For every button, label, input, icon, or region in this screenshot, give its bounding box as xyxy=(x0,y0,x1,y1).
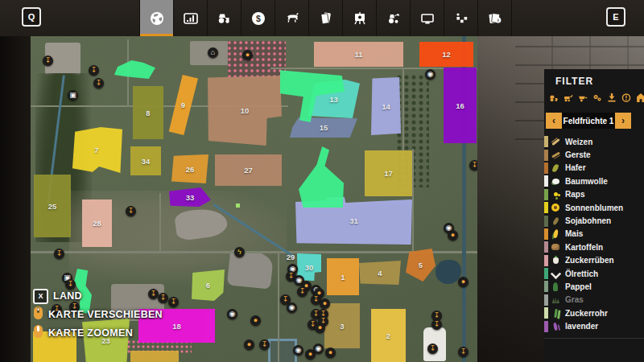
crop-filter-row[interactable]: Sojabohnen xyxy=(544,214,644,227)
tab-garage[interactable] xyxy=(376,0,410,36)
map-poi-icon[interactable]: ◉ xyxy=(313,343,324,354)
field-number: 26 xyxy=(186,165,195,174)
next-page-button[interactable]: › xyxy=(615,113,631,129)
map-poi-icon[interactable]: ↧ xyxy=(89,65,99,76)
map-poi-icon[interactable]: ● xyxy=(244,339,254,350)
crop-filter-row[interactable]: Ölrettich xyxy=(544,267,644,280)
key-hint-q[interactable]: Q xyxy=(22,7,41,27)
map-poi-icon[interactable]: ↧ xyxy=(427,343,438,354)
map-poi-icon[interactable]: ◉ xyxy=(227,309,237,319)
field-overlay[interactable]: 2 xyxy=(371,309,406,362)
tractor-icon xyxy=(217,10,233,27)
field-overlay[interactable]: 34 xyxy=(130,146,161,175)
map-poi-icon[interactable]: ▣ xyxy=(68,90,78,101)
map-poi-icon[interactable]: ↧ xyxy=(259,339,270,350)
barley-icon xyxy=(548,154,563,156)
key-hint-e[interactable]: E xyxy=(606,7,625,27)
tab-vehicles[interactable] xyxy=(207,0,241,36)
field-overlay[interactable]: 14 xyxy=(371,77,401,135)
map-poi-icon[interactable]: ● xyxy=(250,315,261,326)
map-poi-icon[interactable]: ● xyxy=(458,277,469,287)
field-overlay[interactable]: 17 xyxy=(365,150,412,196)
filter-harvester-icon[interactable] xyxy=(562,92,575,103)
map-poi-icon[interactable]: ↧ xyxy=(469,160,477,171)
field-number: 1 xyxy=(341,273,345,282)
tab-constructions[interactable] xyxy=(444,0,477,36)
map-poi-icon[interactable]: ⌂ xyxy=(208,47,218,58)
field-overlay[interactable]: 8 xyxy=(133,86,163,139)
field-overlay[interactable]: 29 xyxy=(285,252,296,261)
field-overlay[interactable] xyxy=(299,146,344,208)
cotton-icon xyxy=(548,179,563,184)
field-overlay[interactable]: 25 xyxy=(34,175,71,237)
filter-house-icon[interactable] xyxy=(634,92,644,103)
tab-statistics[interactable] xyxy=(173,0,207,36)
field-overlay[interactable]: 6 xyxy=(192,269,225,301)
filter-download-icon[interactable] xyxy=(605,92,618,103)
field-overlay[interactable]: 15 xyxy=(290,117,357,138)
map-poi-icon[interactable]: ● xyxy=(242,50,253,60)
field-overlay[interactable]: 28 xyxy=(82,200,112,247)
crop-filter-row[interactable]: Sonnenblumen xyxy=(544,201,644,214)
field-overlay[interactable]: 27 xyxy=(215,154,282,186)
crop-filter-row[interactable]: Zuckerrohr xyxy=(544,306,644,319)
map-poi-icon[interactable]: ↧ xyxy=(54,249,64,259)
field-overlay[interactable]: 7 xyxy=(71,127,122,173)
map-poi-icon[interactable]: ↧ xyxy=(297,286,308,297)
tab-production[interactable] xyxy=(342,0,376,36)
filter-warning-icon[interactable] xyxy=(620,92,633,103)
map-poi-icon[interactable]: ↧ xyxy=(431,319,442,330)
map-poi-icon[interactable]: ● xyxy=(448,230,458,241)
poi-glyph-icon: ↧ xyxy=(472,162,477,169)
crop-filter-row[interactable]: Pappel xyxy=(544,280,644,293)
crop-filter-row[interactable]: Gras xyxy=(544,294,644,306)
field-overlay[interactable] xyxy=(130,351,179,362)
filter-gears-icon[interactable] xyxy=(591,92,604,103)
field-number: 12 xyxy=(442,50,451,59)
field-overlay[interactable] xyxy=(114,60,155,79)
map-poi-icon[interactable]: ↧ xyxy=(93,78,104,88)
sunflower-icon xyxy=(548,204,563,212)
map-poi-icon[interactable]: ● xyxy=(320,298,330,309)
field-overlay[interactable]: 1 xyxy=(327,258,359,295)
crop-filter-row[interactable]: Weizen xyxy=(544,135,644,148)
filter-trailer-icon[interactable] xyxy=(576,92,589,103)
field-overlay[interactable]: 4 xyxy=(359,261,401,285)
poi-glyph-icon: ↧ xyxy=(128,208,134,215)
prev-page-button[interactable]: ‹ xyxy=(546,113,562,129)
crop-filter-row[interactable]: Raps xyxy=(544,188,644,201)
map-poi-icon[interactable]: ● xyxy=(315,323,325,333)
tab-finances[interactable]: $ xyxy=(241,0,275,36)
map-poi-icon[interactable]: ↧ xyxy=(43,56,53,66)
crop-filter-row[interactable]: Zuckerrüben xyxy=(544,254,644,267)
crop-filter-row[interactable]: Mais xyxy=(544,228,644,241)
crop-filter-row[interactable]: Hafer xyxy=(544,162,644,175)
map-poi-icon[interactable]: ↧ xyxy=(458,347,469,357)
tab-animals[interactable] xyxy=(275,0,308,36)
filter-tractor-icon[interactable] xyxy=(547,92,560,103)
crop-filter-row[interactable]: Kartoffeln xyxy=(544,241,644,253)
crop-filter-row[interactable]: Baumwolle xyxy=(544,175,644,187)
map-poi-icon[interactable]: ↧ xyxy=(126,206,136,216)
field-overlay[interactable]: 26 xyxy=(171,154,208,183)
map-poi-icon[interactable]: ◉ xyxy=(287,302,297,313)
crop-filter-row[interactable]: lavender xyxy=(544,319,644,332)
field-overlay[interactable]: 11 xyxy=(314,42,403,67)
map-poi-icon[interactable]: ↧ xyxy=(168,297,179,307)
field-overlay[interactable]: 16 xyxy=(444,68,477,143)
map-poi-icon[interactable]: ◉ xyxy=(425,69,436,80)
map-poi-icon[interactable]: ◉ xyxy=(293,345,303,356)
field-overlay[interactable]: 10 xyxy=(208,76,282,146)
field-overlay[interactable]: 3 xyxy=(324,303,360,348)
tab-prices[interactable]: i xyxy=(477,0,512,36)
tab-map[interactable] xyxy=(139,0,173,36)
map-viewport[interactable]: 7 8 9 10 34 26 27 33 25 28 11 12 xyxy=(31,36,477,362)
field-overlay[interactable]: 12 xyxy=(419,42,473,67)
tab-display[interactable] xyxy=(410,0,444,36)
map-poi-icon[interactable]: ϟ xyxy=(234,247,245,257)
tab-contracts[interactable] xyxy=(308,0,342,36)
poi-glyph-icon: ● xyxy=(461,278,465,286)
field-overlay[interactable]: 5 xyxy=(406,249,436,282)
map-poi-icon[interactable]: ● xyxy=(325,348,336,358)
crop-filter-row[interactable]: Gerste xyxy=(544,148,644,161)
